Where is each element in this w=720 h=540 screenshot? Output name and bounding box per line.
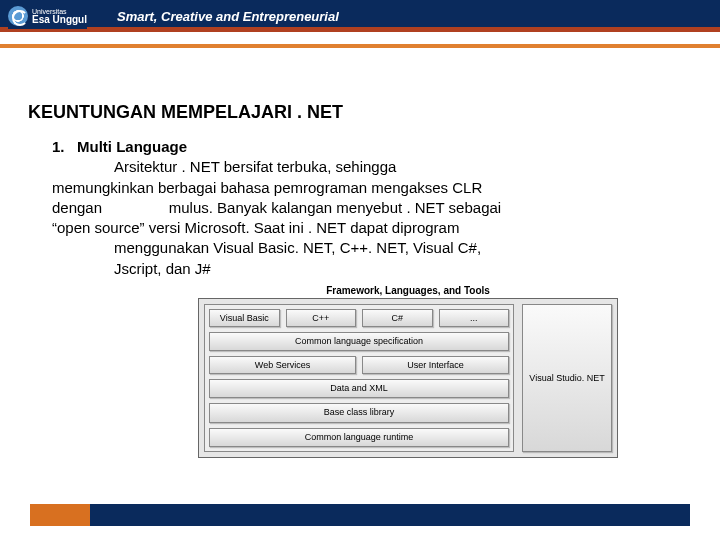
diagram-title: Framework, Languages, and Tools — [198, 283, 618, 298]
footer-blue-bar — [30, 504, 690, 526]
box-visual-basic: Visual Basic — [209, 309, 280, 327]
list-item-1: 1. Multi Language — [52, 137, 692, 157]
logo-text: Universitas Esa Unggul — [32, 8, 87, 25]
slide-footer — [0, 504, 720, 528]
box-csharp: C# — [362, 309, 433, 327]
box-user-interface: User Interface — [362, 356, 509, 374]
university-name: Esa Unggul — [32, 14, 87, 25]
diagram-row-languages: Visual Basic C++ C# ... — [209, 309, 509, 327]
para-line3: dengan mulus. Banyak kalangan menyebut .… — [52, 198, 692, 218]
box-visual-studio: Visual Studio. NET — [522, 304, 612, 452]
footer-orange-accent — [30, 504, 90, 526]
logo: Universitas Esa Unggul — [8, 3, 87, 29]
para-line6: Jscript, dan J# — [52, 259, 692, 279]
box-cpp: C++ — [286, 309, 357, 327]
box-ellipsis: ... — [439, 309, 510, 327]
diagram-row-services: Web Services User Interface — [209, 356, 509, 374]
para-line1: Arsitektur . NET bersifat terbuka, sehin… — [52, 157, 692, 177]
list-number: 1. — [52, 138, 65, 155]
diagram-left-stack: Visual Basic C++ C# ... Common language … — [204, 304, 514, 452]
slide-header: Universitas Esa Unggul Smart, Creative a… — [0, 0, 720, 32]
para-line4: “open source” versi Microsoft. Saat ini … — [52, 218, 692, 238]
box-cls: Common language specification — [209, 332, 509, 351]
slide-content: KEUNTUNGAN MEMPELAJARI . NET 1. Multi La… — [0, 32, 720, 455]
slide-title: KEUNTUNGAN MEMPELAJARI . NET — [28, 102, 692, 123]
box-data-xml: Data and XML — [209, 379, 509, 398]
box-web-services: Web Services — [209, 356, 356, 374]
logo-swirl-icon — [8, 6, 28, 26]
tagline: Smart, Creative and Entrepreneurial — [117, 9, 339, 24]
list-heading: Multi Language — [77, 138, 187, 155]
body-text: 1. Multi Language Arsitektur . NET bersi… — [28, 137, 692, 279]
header-divider — [0, 44, 720, 48]
box-clr: Common language runtime — [209, 428, 509, 447]
net-framework-diagram: Framework, Languages, and Tools Visual B… — [198, 283, 618, 455]
para-line5: menggunakan Visual Basic. NET, C++. NET,… — [52, 238, 692, 258]
box-base-class: Base class library — [209, 403, 509, 422]
para-line2: memungkinkan berbagai bahasa pemrograman… — [52, 178, 692, 198]
diagram-outer: Visual Basic C++ C# ... Common language … — [198, 298, 618, 458]
